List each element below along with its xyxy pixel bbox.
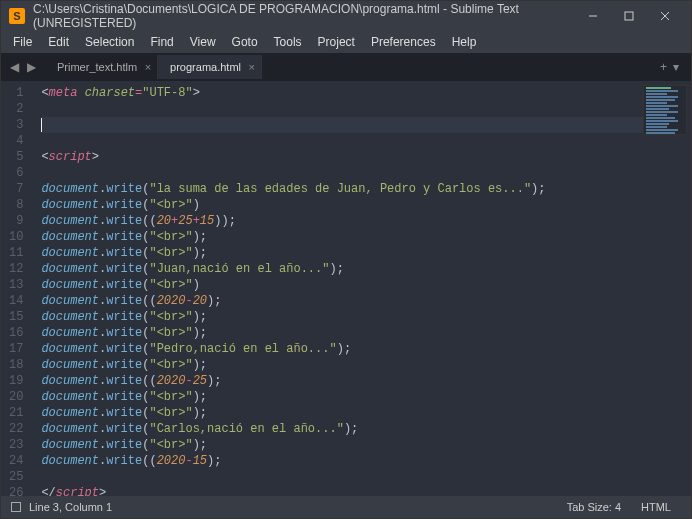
status-cursor: Line 3, Column 1 (29, 501, 112, 513)
maximize-button[interactable] (611, 1, 647, 31)
statusbar: Line 3, Column 1 Tab Size: 4 HTML (1, 496, 691, 518)
close-icon[interactable]: × (249, 61, 255, 73)
menu-find[interactable]: Find (142, 35, 181, 49)
tabbar: ◀ ▶ Primer_text.htlm × programa.html × +… (1, 53, 691, 81)
editor[interactable]: 1234567891011121314151617181920212223242… (1, 81, 691, 496)
code-area[interactable]: <meta charset="UTF-8"> <script> document… (33, 81, 691, 496)
tab-label: Primer_text.htlm (57, 61, 137, 73)
titlebar: S C:\Users\Cristina\Documents\LOGICA DE … (1, 1, 691, 31)
tab-label: programa.html (170, 61, 241, 73)
svg-rect-1 (625, 12, 633, 20)
window-controls (575, 1, 683, 31)
minimize-button[interactable] (575, 1, 611, 31)
menu-view[interactable]: View (182, 35, 224, 49)
status-syntax[interactable]: HTML (631, 501, 681, 513)
tab-nav-left-icon[interactable]: ◀ (7, 60, 22, 74)
close-icon[interactable]: × (145, 61, 151, 73)
tab-nav-arrows: ◀ ▶ (7, 60, 39, 74)
new-tab-icon[interactable]: + (660, 60, 667, 74)
menu-preferences[interactable]: Preferences (363, 35, 444, 49)
menu-selection[interactable]: Selection (77, 35, 142, 49)
menu-tools[interactable]: Tools (266, 35, 310, 49)
close-button[interactable] (647, 1, 683, 31)
panel-switcher-icon[interactable] (11, 502, 21, 512)
menu-goto[interactable]: Goto (224, 35, 266, 49)
minimap[interactable] (643, 85, 687, 135)
tab-primer-text[interactable]: Primer_text.htlm × (45, 55, 158, 79)
menu-file[interactable]: File (5, 35, 40, 49)
menu-edit[interactable]: Edit (40, 35, 77, 49)
status-tab-size[interactable]: Tab Size: 4 (557, 501, 631, 513)
tab-dropdown-icon[interactable]: ▾ (673, 60, 679, 74)
app-icon: S (9, 8, 25, 24)
menu-help[interactable]: Help (444, 35, 485, 49)
window-title: C:\Users\Cristina\Documents\LOGICA DE PR… (33, 2, 575, 30)
menubar: File Edit Selection Find View Goto Tools… (1, 31, 691, 53)
menu-project[interactable]: Project (310, 35, 363, 49)
tab-programa[interactable]: programa.html × (158, 55, 262, 79)
tab-nav-right-icon[interactable]: ▶ (24, 60, 39, 74)
gutter: 1234567891011121314151617181920212223242… (1, 81, 33, 496)
